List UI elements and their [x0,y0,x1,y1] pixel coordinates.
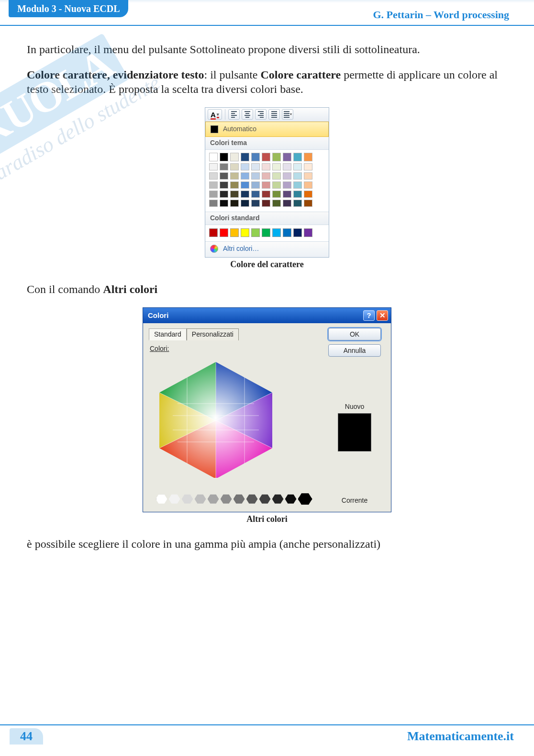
color-swatch[interactable] [304,163,312,170]
color-swatch[interactable] [251,200,260,207]
color-swatch[interactable] [304,200,312,207]
automatic-color-row[interactable]: Automatico [205,122,329,137]
color-swatch[interactable] [283,172,291,180]
color-swatch[interactable] [241,172,249,180]
align-center-button[interactable] [242,109,253,120]
tab-standard[interactable]: Standard [149,328,187,341]
color-swatch[interactable] [293,228,302,237]
color-swatch[interactable] [283,191,291,198]
color-swatch[interactable] [209,172,218,180]
gray-swatch[interactable] [259,494,271,504]
align-left-button[interactable] [228,109,240,120]
color-swatch[interactable] [262,228,270,237]
color-swatch[interactable] [209,191,218,198]
color-swatch[interactable] [209,181,218,189]
color-swatch[interactable] [293,181,302,189]
color-swatch[interactable] [220,191,228,198]
color-swatch[interactable] [241,191,249,198]
color-swatch[interactable] [241,181,249,189]
color-swatch[interactable] [304,153,312,161]
color-swatch[interactable] [283,228,291,237]
line-spacing-button[interactable] [282,109,293,120]
color-swatch[interactable] [241,200,249,207]
color-swatch[interactable] [251,163,260,170]
color-swatch[interactable] [230,228,239,237]
color-swatch[interactable] [209,228,218,237]
color-swatch[interactable] [230,181,239,189]
gray-swatch-selected[interactable] [298,493,312,505]
font-color-button[interactable]: A [208,109,222,120]
gray-swatch[interactable] [221,494,232,504]
color-swatch[interactable] [209,153,218,161]
color-swatch[interactable] [293,153,302,161]
color-swatch[interactable] [230,153,239,161]
color-swatch[interactable] [241,228,249,237]
color-swatch[interactable] [262,200,270,207]
gray-swatch[interactable] [169,494,180,504]
gray-swatch[interactable] [195,494,206,504]
color-swatch[interactable] [304,172,312,180]
color-swatch[interactable] [272,172,281,180]
color-swatch[interactable] [230,200,239,207]
color-swatch[interactable] [251,172,260,180]
color-swatch[interactable] [293,200,302,207]
gray-swatch[interactable] [156,494,167,504]
color-swatch[interactable] [251,228,260,237]
color-swatch[interactable] [272,163,281,170]
color-swatch[interactable] [272,181,281,189]
color-swatch[interactable] [304,191,312,198]
color-swatch[interactable] [262,181,270,189]
color-swatch[interactable] [209,200,218,207]
color-swatch[interactable] [241,163,249,170]
color-swatch[interactable] [293,191,302,198]
color-swatch[interactable] [230,163,239,170]
color-swatch[interactable] [251,153,260,161]
color-swatch[interactable] [230,191,239,198]
color-swatch[interactable] [293,172,302,180]
color-swatch[interactable] [262,153,270,161]
paragraph-conclusion: è possibile scegliere il colore in una g… [27,537,507,552]
cancel-button[interactable]: Annulla [328,344,381,357]
color-swatch[interactable] [272,200,281,207]
gray-swatch[interactable] [234,494,245,504]
color-swatch[interactable] [272,228,281,237]
color-swatch[interactable] [220,181,228,189]
gray-swatch[interactable] [285,494,297,504]
gray-swatch[interactable] [182,494,193,504]
color-swatch[interactable] [220,153,228,161]
align-justify-button[interactable] [268,109,280,120]
ok-button[interactable]: OK [328,328,381,340]
color-swatch[interactable] [251,181,260,189]
color-swatch[interactable] [251,191,260,198]
tab-custom[interactable]: Personalizzati [187,328,239,341]
color-swatch[interactable] [262,191,270,198]
gray-swatch[interactable] [246,494,258,504]
color-swatch[interactable] [283,181,291,189]
color-swatch[interactable] [220,228,228,237]
color-swatch[interactable] [304,228,312,237]
align-right-button[interactable] [255,109,267,120]
color-swatch[interactable] [220,163,228,170]
color-swatch[interactable] [293,163,302,170]
more-colors-row[interactable]: Altri colori… [205,242,329,257]
help-button[interactable]: ? [363,310,375,321]
color-hexagon-picker[interactable] [149,358,283,478]
color-swatch[interactable] [283,163,291,170]
color-swatch[interactable] [283,153,291,161]
gray-swatch[interactable] [272,494,284,504]
color-swatch[interactable] [262,172,270,180]
color-swatch[interactable] [230,172,239,180]
color-swatch[interactable] [272,191,281,198]
color-swatch[interactable] [241,153,249,161]
color-swatch[interactable] [272,153,281,161]
dialog-titlebar: Colori ? ✕ [143,308,391,323]
theme-color-palette [205,150,329,212]
color-swatch[interactable] [262,163,270,170]
color-swatch[interactable] [220,172,228,180]
gray-swatch[interactable] [208,494,219,504]
color-swatch[interactable] [304,181,312,189]
color-swatch[interactable] [283,200,291,207]
color-swatch[interactable] [220,200,228,207]
color-swatch[interactable] [209,163,218,170]
close-button[interactable]: ✕ [377,310,388,321]
